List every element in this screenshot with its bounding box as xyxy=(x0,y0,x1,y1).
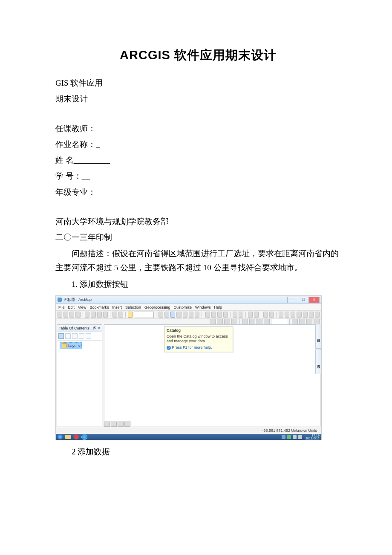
select-icon[interactable] xyxy=(263,312,268,318)
data-view-button[interactable] xyxy=(104,422,110,427)
toolbox-icon[interactable] xyxy=(164,312,169,318)
menu-file[interactable]: File xyxy=(58,305,65,309)
findroute-icon[interactable] xyxy=(297,312,301,318)
open-icon[interactable] xyxy=(63,312,68,318)
time-icon[interactable] xyxy=(309,312,314,318)
copy-icon[interactable] xyxy=(91,312,95,318)
undo-icon[interactable] xyxy=(112,312,117,318)
catalog-icon[interactable] xyxy=(170,312,175,318)
minimize-button[interactable]: — xyxy=(287,297,298,303)
close-button[interactable]: ✕ xyxy=(308,297,320,303)
find-icon[interactable] xyxy=(291,312,295,318)
add-data-icon[interactable] xyxy=(128,312,133,318)
taskbar-date: 2013/6/12 xyxy=(306,436,320,440)
pan-icon[interactable] xyxy=(217,312,222,318)
paste-icon[interactable] xyxy=(97,312,102,318)
extra-icon[interactable] xyxy=(195,312,199,318)
python-icon[interactable] xyxy=(183,312,187,318)
document-title: ARCGIS 软件应用期末设计 xyxy=(55,47,341,64)
menu-view[interactable]: View xyxy=(78,305,86,309)
viewer-icon[interactable] xyxy=(315,312,320,318)
map-canvas[interactable]: Catalog Open the Catalog window to acces… xyxy=(104,324,320,426)
scale-combo[interactable] xyxy=(134,312,154,318)
menu-bookmarks[interactable]: Bookmarks xyxy=(89,305,109,309)
app-icon xyxy=(58,298,62,302)
list-by-drawing-icon[interactable] xyxy=(58,333,64,339)
teacher-field: 任课教师：__ xyxy=(55,121,341,136)
editor-icon[interactable] xyxy=(159,312,163,318)
measure-icon[interactable] xyxy=(285,312,289,318)
tray-icon[interactable] xyxy=(287,435,291,439)
menu-insert[interactable]: Insert xyxy=(112,305,122,309)
tooltip-help: Press F1 for more help. xyxy=(172,345,212,350)
assignment-field: 作业名称：_ xyxy=(55,137,341,151)
fixedzoomin-icon[interactable] xyxy=(233,312,237,318)
redo-icon[interactable] xyxy=(118,312,123,318)
forward-icon[interactable] xyxy=(254,312,259,318)
clear-icon[interactable] xyxy=(269,312,274,318)
id-field: 学 号：__ xyxy=(55,169,341,183)
fixedzoomout-icon[interactable] xyxy=(239,312,243,318)
standard-toolbar xyxy=(56,311,321,319)
step-2-label: 2 添加数据 xyxy=(55,445,341,459)
catalog-tooltip: Catalog Open the Catalog window to acces… xyxy=(164,327,233,352)
maximize-button[interactable]: ☐ xyxy=(298,297,309,303)
toc-title: Table Of Contents xyxy=(59,326,89,330)
right-tab-search[interactable]: 搜索 xyxy=(315,350,321,374)
tray-icon[interactable] xyxy=(293,435,297,439)
view-switch xyxy=(104,421,131,427)
delete-icon[interactable] xyxy=(103,312,108,318)
menu-windows[interactable]: Windows xyxy=(195,305,211,309)
goto-icon[interactable] xyxy=(303,312,308,318)
zoomout-icon[interactable] xyxy=(211,312,216,318)
refresh-button[interactable] xyxy=(118,422,124,427)
grade-field: 年级专业： xyxy=(55,185,341,199)
fullextent-icon[interactable] xyxy=(223,312,228,318)
identify-icon[interactable] xyxy=(279,312,283,318)
menu-geoprocessing[interactable]: Geoprocessing xyxy=(144,305,170,309)
arcmap-screenshot: wendangku 无标题 - ArcMap — ☐ ✕ File Edit V… xyxy=(55,295,322,440)
taskbar: 17:19 2013/6/12 xyxy=(56,434,321,440)
start-button[interactable] xyxy=(58,434,63,439)
toc-root-layers[interactable]: Layers xyxy=(60,342,82,349)
print-year: 二〇一三年印制 xyxy=(55,230,341,244)
tray-icon[interactable] xyxy=(298,435,302,439)
toc-close-icon[interactable]: × xyxy=(98,326,100,330)
print-icon[interactable] xyxy=(75,312,80,318)
window-title: 无标题 - ArcMap xyxy=(63,297,92,303)
problem-description: 问题描述：假设在河南省得区域范围进行工厂选址，要求在距离河南省内的主要河流不超过… xyxy=(55,247,341,275)
arcmap-taskbar-icon[interactable] xyxy=(81,434,87,440)
taskbar-app-icon[interactable] xyxy=(74,434,79,439)
help-icon: ? xyxy=(167,346,171,350)
menu-selection[interactable]: Selection xyxy=(125,305,141,309)
back-icon[interactable] xyxy=(248,312,253,318)
step-1-label: 1. 添加数据按钮 xyxy=(55,277,341,291)
explorer-icon[interactable] xyxy=(65,435,71,439)
save-icon[interactable] xyxy=(69,312,74,318)
options-icon[interactable] xyxy=(86,333,91,339)
menu-customize[interactable]: Customize xyxy=(174,305,192,309)
list-by-source-icon[interactable] xyxy=(65,333,71,339)
menu-edit[interactable]: Edit xyxy=(68,305,75,309)
menu-help[interactable]: Help xyxy=(214,305,222,309)
list-by-visibility-icon[interactable] xyxy=(72,333,78,339)
toc-pin-icon[interactable]: ⇱ xyxy=(93,326,97,330)
right-tab-catalog[interactable]: 目录 xyxy=(315,324,321,349)
zoomin-icon[interactable] xyxy=(205,312,210,318)
extra-icon[interactable] xyxy=(189,312,193,318)
subtitle: 期末设计 xyxy=(55,92,341,106)
layout-view-button[interactable] xyxy=(111,422,117,427)
pause-draw-button[interactable] xyxy=(124,422,130,427)
cut-icon[interactable] xyxy=(85,312,89,318)
tray-icon[interactable] xyxy=(282,435,285,439)
coordinates-readout: -96.581 881.452 Unknown Units xyxy=(262,428,317,433)
tooltip-body: Open the Catalog window to access and ma… xyxy=(167,334,231,344)
new-icon[interactable] xyxy=(58,312,62,318)
window-titlebar: 无标题 - ArcMap — ☐ ✕ xyxy=(56,296,321,304)
layers-icon xyxy=(62,343,67,348)
department: 河南大学环境与规划学院教务部 xyxy=(55,214,341,228)
search-tool-icon[interactable] xyxy=(176,312,181,318)
tooltip-title: Catalog xyxy=(167,328,231,333)
toc-panel: Table Of Contents ⇱ × xyxy=(57,324,102,426)
list-by-selection-icon[interactable] xyxy=(79,333,84,339)
